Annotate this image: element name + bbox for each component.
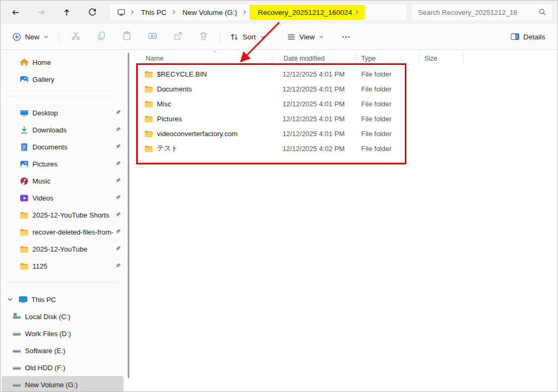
table-row[interactable]: $RECYCLE.BIN12/12/2025 4:01 PMFile folde… — [132, 66, 557, 81]
up-icon[interactable] — [55, 3, 78, 22]
address-bar[interactable]: This PCNew Volume (G:)Recovery_20251212_… — [109, 3, 407, 21]
delete-button[interactable] — [191, 28, 215, 46]
sidebar-item-music[interactable]: Music — [1, 172, 124, 189]
column-header-date-modified[interactable]: Date modified — [272, 50, 356, 66]
desktop-icon — [20, 109, 29, 118]
chevron-right-icon — [171, 9, 178, 16]
drive-icon — [12, 363, 21, 372]
forward-icon — [29, 3, 53, 22]
sidebar-item-1125[interactable]: 1125 — [1, 257, 124, 274]
sidebar-item-label: Gallery — [32, 76, 54, 84]
folder-icon — [20, 211, 29, 220]
top-navigation-bar: This PCNew Volume (G:)Recovery_20251212_… — [1, 1, 557, 24]
sidebar-item-local-disk-c[interactable]: Local Disk (C:) — [2, 308, 123, 325]
sidebar-item-label: 2025-12-YouTube Shorts — [32, 211, 109, 219]
downloads-icon — [20, 126, 29, 135]
folder-icon — [144, 85, 153, 94]
sidebar-item-label: Music — [32, 177, 51, 185]
search-icon[interactable] — [538, 8, 547, 16]
table-row[interactable]: テスト12/12/2025 4:02 PMFile folder — [132, 141, 557, 156]
command-toolbar: New Sort View Details — [1, 24, 557, 50]
sidebar-item-downloads[interactable]: Downloads — [1, 121, 124, 138]
sidebar-item-old-hdd-f[interactable]: Old HDD (F:) — [2, 359, 123, 376]
sidebar-scrollbar[interactable] — [128, 53, 129, 378]
sidebar-item-2025-12-youtube[interactable]: 2025-12-YouTube — [1, 240, 124, 257]
sidebar-item-work-files-d[interactable]: Work Files (D:) — [2, 325, 123, 342]
breadcrumb-item[interactable]: New Volume (G:) — [179, 5, 241, 20]
sidebar-item-desktop[interactable]: Desktop — [1, 104, 124, 121]
date-modified-cell: 12/12/2025 4:01 PM — [272, 85, 356, 93]
chevron-right-icon — [129, 9, 137, 16]
sort-button[interactable]: Sort — [225, 28, 270, 46]
table-row[interactable]: Pictures12/12/2025 4:01 PMFile folder — [132, 111, 557, 126]
pin-icon — [115, 229, 121, 235]
pin-icon — [115, 110, 121, 116]
sidebar-item-label: 2025-12-YouTube — [32, 245, 87, 253]
column-header-type[interactable]: Type — [356, 50, 419, 66]
file-list-panel: NameDate modifiedTypeSize $RECYCLE.BIN12… — [132, 50, 557, 391]
home-icon — [20, 58, 29, 67]
sidebar-divider — [6, 282, 119, 283]
more-options-button[interactable] — [337, 28, 355, 46]
share-button[interactable] — [166, 28, 189, 46]
folder-icon — [20, 245, 29, 254]
sidebar-item-pictures[interactable]: Pictures — [1, 155, 124, 172]
view-button[interactable]: View — [282, 28, 329, 46]
paste-button[interactable] — [115, 28, 138, 46]
table-row[interactable]: videoconverterfactory.com12/12/2025 4:01… — [132, 126, 557, 141]
column-header-label: Type — [361, 55, 376, 62]
sidebar-item-this-pc[interactable]: This PC — [1, 291, 124, 308]
file-name: $RECYCLE.BIN — [157, 70, 207, 78]
new-button-label: New — [25, 33, 39, 41]
table-row[interactable]: Documents12/12/2025 4:01 PMFile folder — [132, 81, 557, 96]
sidebar-item-documents[interactable]: Documents — [1, 138, 124, 155]
details-pane-icon — [511, 32, 520, 41]
sidebar-item-software-e[interactable]: Software (E:) — [2, 342, 123, 359]
sidebar-item-videos[interactable]: Videos — [1, 189, 124, 206]
chevron-expanded-icon[interactable] — [7, 296, 14, 303]
refresh-icon[interactable] — [80, 3, 104, 22]
back-icon[interactable] — [4, 3, 27, 22]
table-row[interactable]: Misc12/12/2025 4:01 PMFile folder — [132, 96, 557, 111]
breadcrumb-item[interactable]: Recovery_20251212_160024 — [257, 5, 353, 20]
rename-button[interactable] — [140, 28, 164, 46]
type-cell: File folder — [356, 130, 419, 138]
file-name-cell: $RECYCLE.BIN — [132, 70, 272, 79]
music-icon — [20, 177, 29, 186]
date-modified-cell: 12/12/2025 4:02 PM — [272, 145, 356, 153]
folder-icon — [144, 114, 153, 123]
pin-icon — [115, 178, 121, 184]
pin-icon — [115, 161, 121, 167]
search-box[interactable] — [411, 3, 553, 21]
folder-icon — [20, 262, 29, 271]
column-header-name[interactable]: Name — [132, 50, 272, 66]
sidebar-item-new-volume-g[interactable]: New Volume (G:) — [2, 376, 123, 391]
type-cell: File folder — [356, 85, 419, 93]
nav-button-group — [4, 3, 104, 22]
details-pane-button[interactable]: Details — [506, 28, 550, 46]
sidebar-item-gallery[interactable]: Gallery — [1, 71, 124, 88]
sidebar-item-home[interactable]: Home — [1, 54, 124, 71]
column-header-size[interactable]: Size — [419, 50, 463, 66]
pictures-icon — [20, 160, 29, 169]
new-button[interactable]: New — [7, 28, 54, 46]
toolbar-separator — [59, 30, 59, 43]
cut-button[interactable] — [64, 28, 87, 46]
sidebar-item-recover-deleted-files-from-rec[interactable]: recover-deleted-files-from-rec — [1, 223, 124, 240]
breadcrumb-item[interactable]: This PC — [137, 5, 170, 20]
file-name-cell: Misc — [132, 99, 272, 109]
pin-icon — [115, 127, 121, 133]
sidebar-item-label: Software (E:) — [25, 347, 65, 355]
toolbar-actions — [64, 28, 215, 46]
search-input[interactable] — [417, 8, 535, 17]
column-header-label: Size — [424, 55, 437, 62]
computer-icon — [19, 295, 28, 304]
sidebar-item-2025-12-youtube-shorts[interactable]: 2025-12-YouTube Shorts — [1, 206, 124, 223]
copy-button[interactable] — [89, 28, 113, 46]
folder-icon — [20, 228, 29, 237]
date-modified-cell: 12/12/2025 4:01 PM — [272, 70, 356, 78]
documents-icon — [20, 143, 29, 152]
view-lines-icon — [287, 32, 296, 41]
file-name: videoconverterfactory.com — [157, 130, 238, 138]
date-modified-cell: 12/12/2025 4:01 PM — [272, 100, 356, 108]
